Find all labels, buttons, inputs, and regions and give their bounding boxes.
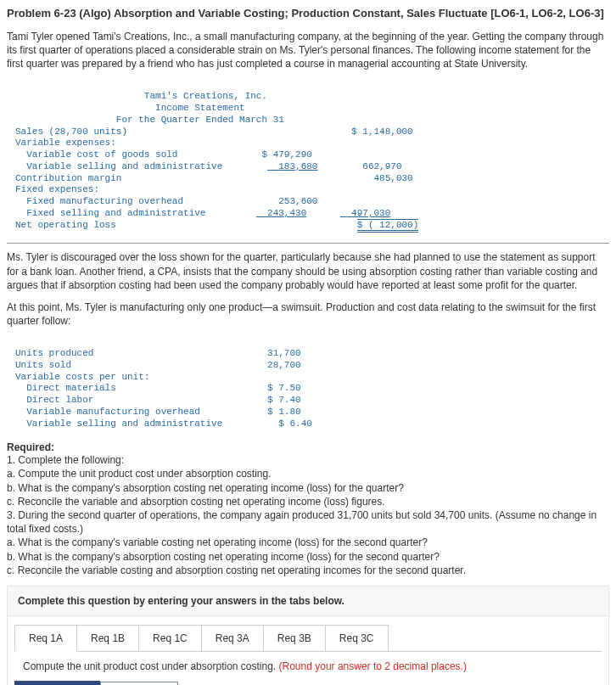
tab-req-1c[interactable]: Req 1C xyxy=(138,625,202,652)
tab-req-3c[interactable]: Req 3C xyxy=(325,625,389,652)
stmt-period: For the Quarter Ended March 31 xyxy=(15,115,284,125)
stmt-row-fmo: Fixed manufacturing overhead 253,600 xyxy=(15,196,317,206)
stmt-row-fixexp: Fixed expenses: xyxy=(15,184,99,194)
stmt-row-sga: Variable selling and administrative 183,… xyxy=(15,161,402,171)
req-3b: b. What is the company's absorption cost… xyxy=(7,550,609,564)
stmt-title: Income Statement xyxy=(15,103,245,113)
stmt-row-varexp: Variable expenses: xyxy=(15,138,116,148)
answer-tabs: Req 1A Req 1B Req 1C Req 3A Req 3B Req 3… xyxy=(8,616,608,652)
problem-title: Problem 6-23 (Algo) Absorption and Varia… xyxy=(7,7,609,20)
required-label: Required: xyxy=(7,441,609,453)
stmt-row-netloss: Net operating loss $ ( 12,000) xyxy=(15,219,418,233)
rounding-hint: (Round your answer to 2 decimal places.) xyxy=(279,660,467,672)
answer-area: Complete this question by entering your … xyxy=(7,586,609,685)
stmt-company: Tami's Creations, Inc. xyxy=(15,91,267,101)
stmt-row-cm: Contribution margin 485,030 xyxy=(15,173,413,183)
cost-data: Units produced 31,700 Units sold 28,700 … xyxy=(15,336,609,430)
req-3a: a. What is the company's variable costin… xyxy=(7,536,609,549)
data-row-sold: Units sold 28,700 xyxy=(15,360,301,370)
tab-req-1a[interactable]: Req 1A xyxy=(14,625,77,652)
input-row: Unit product cost xyxy=(8,681,608,685)
unit-product-cost-input[interactable] xyxy=(100,682,178,685)
req-3: 3. During the second quarter of operatio… xyxy=(7,508,609,536)
data-row-vsga: Variable selling and administrative $ 6.… xyxy=(15,418,312,429)
stmt-row-fsga: Fixed selling and administrative 243,430… xyxy=(15,208,390,218)
required-list: 1. Complete the following: a. Compute th… xyxy=(7,453,609,577)
req-1c: c. Reconcile the variable and absorption… xyxy=(7,495,609,508)
unit-product-cost-label: Unit product cost xyxy=(14,681,100,685)
income-statement: Tami's Creations, Inc. Income Statement … xyxy=(15,80,609,232)
stmt-row-cogs: Variable cost of goods sold $ 479,290 xyxy=(15,149,312,160)
data-row-varhdr: Variable costs per unit: xyxy=(15,372,149,382)
data-row-vmo: Variable manufacturing overhead $ 1.80 xyxy=(15,407,301,417)
paragraph-3: At this point, Ms. Tyler is manufacturin… xyxy=(7,300,609,328)
data-row-dm: Direct materials $ 7.50 xyxy=(15,383,301,393)
tab-req-3b[interactable]: Req 3B xyxy=(263,625,326,652)
tab-req-3a[interactable]: Req 3A xyxy=(201,625,264,652)
stmt-row-sales: Sales (28,700 units) $ 1,148,000 xyxy=(15,126,413,137)
req-1b: b. What is the company's absorption cost… xyxy=(7,481,609,495)
data-row-dl: Direct labor $ 7.40 xyxy=(15,395,301,405)
paragraph-2: Ms. Tyler is discouraged over the loss s… xyxy=(7,250,609,292)
subinstruction: Compute the unit product cost under abso… xyxy=(14,651,602,681)
tab-req-1b[interactable]: Req 1B xyxy=(76,625,139,652)
req-1a: a. Compute the unit product cost under a… xyxy=(7,467,609,480)
req-1: 1. Complete the following: xyxy=(7,453,609,467)
data-row-produced: Units produced 31,700 xyxy=(15,348,301,358)
paragraph-1: Tami Tyler opened Tami's Creations, Inc.… xyxy=(7,30,609,71)
answer-instruction: Complete this question by entering your … xyxy=(8,587,608,616)
divider xyxy=(7,243,609,244)
req-3c: c. Reconcile the variable costing and ab… xyxy=(7,564,609,577)
